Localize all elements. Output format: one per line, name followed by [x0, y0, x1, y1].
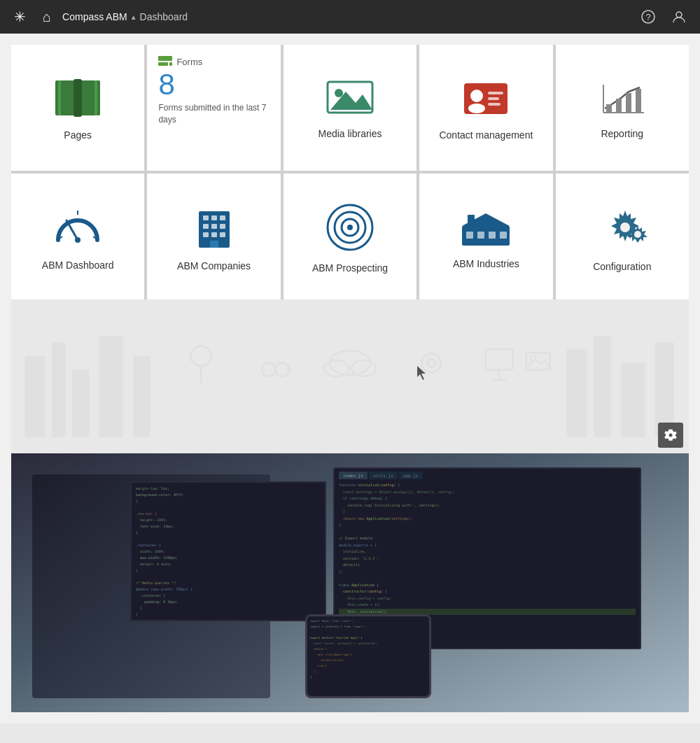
- media-icon: [325, 79, 375, 118]
- abm-companies-label: ABM Companies: [177, 260, 251, 271]
- svg-point-15: [470, 90, 483, 102]
- configuration-icon: [597, 204, 648, 251]
- abm-dashboard-icon: [52, 205, 103, 250]
- svg-rect-64: [594, 336, 610, 437]
- svg-rect-52: [489, 232, 496, 239]
- pages-label: Pages: [64, 129, 92, 141]
- svg-rect-50: [466, 232, 473, 239]
- svg-point-72: [324, 360, 349, 376]
- svg-rect-58: [24, 356, 45, 437]
- tile-pages[interactable]: Pages: [11, 45, 144, 171]
- forms-description: Forms submitted in the last 7 days: [158, 102, 269, 126]
- settings-gear-button[interactable]: [658, 423, 683, 448]
- tile-reporting[interactable]: Reporting: [556, 45, 689, 171]
- reporting-icon: [598, 79, 647, 118]
- svg-rect-5: [58, 80, 61, 115]
- svg-rect-33: [211, 215, 217, 220]
- tablet: import React from 'react'; import { useS…: [305, 614, 431, 698]
- svg-rect-76: [486, 349, 513, 369]
- abm-industries-label: ABM Industries: [453, 258, 519, 269]
- home-snowflake-icon[interactable]: ✳: [8, 6, 31, 28]
- svg-point-55: [620, 222, 630, 232]
- help-button[interactable]: ?: [636, 7, 661, 27]
- svg-rect-34: [220, 215, 225, 220]
- svg-rect-32: [203, 215, 209, 220]
- svg-rect-17: [488, 92, 503, 94]
- home-icon[interactable]: ⌂: [37, 6, 57, 28]
- page-name: Dashboard: [140, 11, 188, 22]
- tablet-screen: import React from 'react'; import { useS…: [307, 616, 429, 696]
- code-left: margin-top: 5px; background-color: #fff;…: [132, 483, 325, 621]
- svg-point-16: [468, 104, 485, 113]
- svg-rect-24: [626, 93, 631, 113]
- svg-rect-37: [220, 224, 225, 229]
- svg-rect-9: [158, 62, 168, 66]
- tile-abm-companies[interactable]: ABM Companies: [147, 174, 280, 299]
- photo-section: margin-top: 5px; background-color: #fff;…: [11, 453, 689, 712]
- navbar: ✳ ⌂ Compass ABM ▲ Dashboard ?: [0, 0, 700, 34]
- tile-media-libraries[interactable]: Media libraries: [284, 45, 416, 171]
- tile-contact-management[interactable]: Contact management: [419, 45, 552, 171]
- navbar-right: ?: [636, 7, 692, 27]
- app-name[interactable]: Compass ABM: [62, 11, 127, 22]
- svg-rect-8: [158, 56, 172, 61]
- svg-point-74: [422, 353, 441, 372]
- abm-dashboard-label: ABM Dashboard: [42, 260, 114, 271]
- svg-rect-38: [203, 232, 209, 237]
- svg-rect-40: [220, 232, 225, 237]
- svg-rect-63: [567, 349, 587, 437]
- svg-rect-62: [133, 356, 150, 437]
- svg-rect-22: [606, 104, 612, 113]
- user-button[interactable]: [666, 7, 692, 27]
- abm-companies-icon: [193, 204, 235, 250]
- svg-point-70: [276, 363, 289, 376]
- tile-configuration[interactable]: Configuration: [556, 174, 689, 299]
- svg-rect-35: [203, 224, 209, 229]
- media-libraries-label: Media libraries: [318, 128, 382, 139]
- svg-rect-51: [477, 232, 484, 239]
- configuration-label: Configuration: [593, 261, 651, 272]
- svg-rect-23: [616, 99, 622, 113]
- svg-rect-53: [500, 232, 507, 239]
- contact-icon: [461, 78, 510, 120]
- contact-management-label: Contact management: [439, 129, 533, 141]
- svg-rect-60: [72, 369, 89, 437]
- forms-count: 8: [158, 70, 174, 99]
- svg-rect-61: [99, 336, 123, 437]
- tile-abm-dashboard[interactable]: ABM Dashboard: [11, 174, 144, 299]
- bg-pattern: [11, 299, 689, 453]
- svg-rect-36: [211, 224, 217, 229]
- reporting-label: Reporting: [601, 128, 643, 139]
- svg-point-71: [330, 351, 370, 375]
- forms-header: Forms: [158, 56, 202, 67]
- svg-point-67: [191, 346, 211, 366]
- tiles-grid: Pages Forms 8 Forms submitted in the las…: [11, 45, 689, 299]
- abm-prospecting-label: ABM Prospecting: [312, 262, 388, 274]
- svg-rect-19: [488, 103, 500, 106]
- tile-abm-prospecting[interactable]: ABM Prospecting: [284, 174, 416, 299]
- svg-point-57: [634, 231, 641, 238]
- tile-forms[interactable]: Forms 8 Forms submitted in the last 7 da…: [147, 45, 280, 171]
- svg-rect-39: [211, 232, 217, 237]
- svg-rect-65: [621, 363, 645, 437]
- svg-point-12: [335, 89, 343, 97]
- svg-point-2: [676, 12, 682, 17]
- tile-abm-industries[interactable]: ABM Industries: [419, 174, 552, 299]
- forms-small-icon: [158, 56, 172, 67]
- svg-rect-7: [74, 79, 82, 117]
- svg-rect-59: [52, 343, 65, 438]
- abm-industries-icon: [461, 206, 511, 248]
- breadcrumb: Compass ABM ▲ Dashboard: [62, 11, 188, 22]
- svg-rect-10: [169, 62, 172, 66]
- svg-point-45: [347, 225, 353, 230]
- main-content: Pages Forms 8 Forms submitted in the las…: [0, 34, 700, 723]
- svg-rect-6: [94, 80, 97, 115]
- svg-point-75: [427, 359, 435, 367]
- svg-rect-41: [210, 241, 218, 248]
- pages-icon: [52, 78, 103, 120]
- left-monitor: margin-top: 5px; background-color: #fff;…: [130, 481, 326, 621]
- editor-tabs: index.js utils.js app.js: [339, 472, 636, 479]
- bg-section: [11, 299, 689, 453]
- abm-prospecting-icon: [325, 202, 375, 253]
- svg-point-27: [75, 237, 80, 243]
